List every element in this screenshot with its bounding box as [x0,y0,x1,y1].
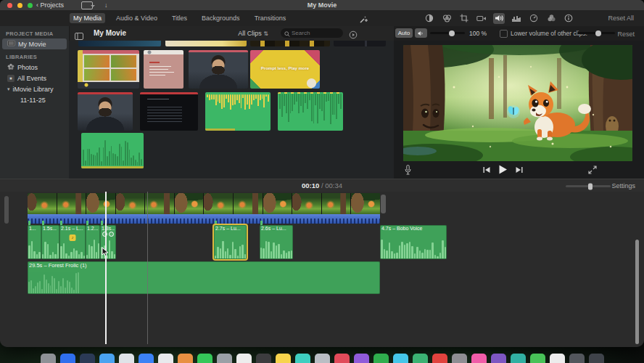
dock-app-icon[interactable] [432,354,447,363]
dock-app-icon[interactable] [569,354,585,363]
video-frame-thumbnail[interactable] [145,193,174,214]
auto-enhance-wand-icon[interactable] [359,14,368,27]
dock-app-icon[interactable] [41,354,56,363]
timeline-settings-button[interactable]: Settings [607,182,640,190]
dock-app-icon[interactable] [256,354,271,363]
auto-volume-button[interactable]: Auto [395,28,413,38]
crop-icon[interactable] [458,13,470,24]
video-frame-thumbnail[interactable] [292,193,321,214]
dock-app-icon[interactable] [315,354,330,363]
video-frame-thumbnail[interactable] [175,193,204,214]
lower-volume-checkbox[interactable] [500,30,508,38]
audio-clip[interactable]: 4.7s – Bobo Voice [380,225,447,259]
volume-slider[interactable] [430,32,465,34]
media-thumbnail-audio[interactable] [81,133,144,168]
dock-app-icon[interactable] [530,354,545,363]
dock-app-icon[interactable] [139,354,154,363]
sidebar-item-library-date[interactable]: 11-11-25 [0,94,69,105]
speed-icon[interactable] [528,13,540,24]
noise-reduction-eq-icon[interactable] [511,13,522,24]
video-frame-thumbnail[interactable] [86,193,115,214]
playhead[interactable] [105,192,107,344]
color-correction-icon[interactable] [441,13,453,24]
media-thumbnail-partial[interactable] [78,41,161,46]
timeline-left-handle[interactable] [4,196,9,224]
video-frame-thumbnail[interactable] [351,193,380,214]
media-thumbnail-partial[interactable] [250,41,330,46]
dock-app-icon[interactable] [334,354,350,363]
video-frame-thumbnail[interactable] [28,193,57,214]
tab-titles[interactable]: Titles [168,13,191,23]
color-balance-icon[interactable] [424,13,435,24]
media-thumbnail-partial[interactable] [334,41,386,46]
timeline-zoom-slider[interactable] [566,185,611,187]
dock-app-icon[interactable] [119,354,134,363]
audio-clip[interactable]: 1.5s... [41,225,59,259]
clip-filter-dropdown[interactable]: All Clips ⇅ [234,29,273,38]
dock-app-icon[interactable] [354,354,369,363]
dock-app-icon[interactable] [452,354,467,363]
dock-app-icon[interactable] [80,354,95,363]
lower-volume-slider[interactable] [577,32,615,34]
dock-app-icon[interactable] [217,354,232,363]
dock-app-icon[interactable] [178,354,193,363]
media-thumbnail-webcam[interactable] [189,50,248,89]
dock-app-icon[interactable] [236,354,252,363]
audio-clip[interactable]: 2.1s – L...♪ [59,225,86,259]
video-frame-thumbnail[interactable] [263,193,292,214]
skip-back-icon[interactable] [483,166,490,174]
sidebar-item-imovie-library[interactable]: ▾ iMovie Library [0,83,69,94]
preview-video[interactable] [403,45,632,161]
skip-forward-icon[interactable] [516,166,523,174]
video-frame-thumbnail[interactable] [322,193,351,214]
timeline-scrollbar[interactable] [635,240,639,344]
reset-all-button[interactable]: Reset All [603,14,638,23]
fullscreen-icon[interactable] [588,166,597,176]
sidebar-item-all-events[interactable]: ★ All Events [0,73,69,83]
video-frame-thumbnail[interactable] [57,193,86,214]
search-field[interactable] [281,28,343,38]
dock-app-icon[interactable] [197,354,212,363]
dock-app-icon[interactable] [393,354,408,363]
media-thumbnail-screen-grid[interactable] [78,50,139,89]
audio-clip[interactable]: 1.2... [86,225,100,259]
dock-app-icon[interactable] [471,354,487,363]
dock-app-icon[interactable] [373,354,389,363]
sidebar-item-my-movie[interactable]: My Movie [2,38,67,49]
dock-app-icon[interactable] [491,354,506,363]
dock-app-icon[interactable] [550,354,565,363]
mute-button[interactable] [415,28,427,38]
tab-backgrounds[interactable]: Backgrounds [198,13,244,23]
volume-icon[interactable] [493,13,505,24]
dock-app-icon[interactable] [511,354,526,363]
microphone-icon[interactable] [405,165,411,177]
tab-my-media[interactable]: My Media [70,13,105,23]
clip-end-handle[interactable] [381,195,386,213]
media-thumbnail-audio[interactable] [278,92,343,131]
dock-app-icon[interactable] [276,354,291,363]
media-thumbnail-partial[interactable] [165,41,247,46]
play-icon[interactable] [498,165,508,174]
sidebar-item-photos[interactable]: Photos [0,62,69,73]
dock-app-icon[interactable] [413,354,428,363]
stabilization-icon[interactable] [476,13,487,24]
dock-app-icon[interactable] [99,354,115,363]
disclosure-chevron-icon[interactable]: ▾ [7,86,10,92]
media-thumbnail-audio[interactable] [205,92,271,131]
reset-button[interactable]: Reset [613,30,639,38]
search-input[interactable] [290,29,339,37]
dock-app-icon[interactable] [60,354,75,363]
dock-app-icon[interactable] [158,354,173,363]
clip-filter-icon[interactable] [545,13,557,24]
tab-transitions[interactable]: Transitions [251,13,290,23]
media-thumbnail-terminal[interactable] [140,92,198,131]
dock-app-icon[interactable] [589,354,604,363]
media-thumbnail-promo[interactable]: Prompt less, Play more [250,50,320,89]
clip-info-icon[interactable] [563,13,574,24]
audio-clip[interactable]: 2.6s – Lu... [260,225,293,259]
video-frame-thumbnail[interactable] [204,193,233,214]
media-thumbnail-document[interactable] [144,50,183,89]
audio-clip[interactable]: 1... [28,225,41,259]
tab-audio-video[interactable]: Audio & Video [112,13,161,23]
fade-handle[interactable] [109,232,114,237]
